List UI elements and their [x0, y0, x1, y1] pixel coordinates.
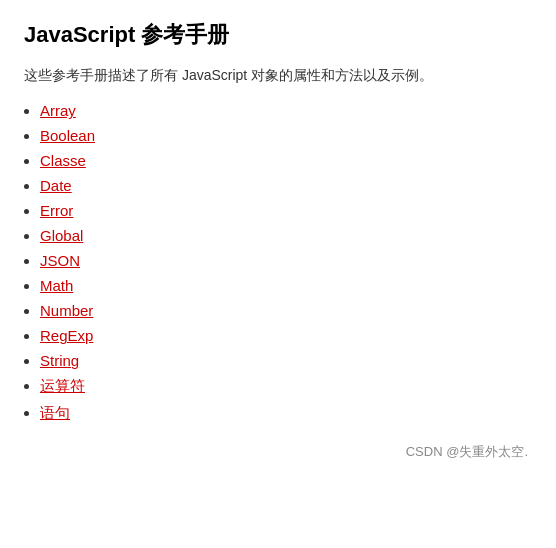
list-item: 运算符 [40, 377, 532, 396]
link-json[interactable]: JSON [40, 252, 80, 269]
list-item: Math [40, 277, 532, 294]
link-error[interactable]: Error [40, 202, 73, 219]
link-运算符[interactable]: 运算符 [40, 377, 85, 394]
list-item: Error [40, 202, 532, 219]
link-date[interactable]: Date [40, 177, 72, 194]
list-item: Date [40, 177, 532, 194]
list-item: Classe [40, 152, 532, 169]
link-regexp[interactable]: RegExp [40, 327, 93, 344]
page-title: JavaScript 参考手册 [24, 20, 532, 50]
footer-text: CSDN @失重外太空. [24, 443, 532, 461]
list-item: Global [40, 227, 532, 244]
link-number[interactable]: Number [40, 302, 93, 319]
list-item: Array [40, 102, 532, 119]
link-array[interactable]: Array [40, 102, 76, 119]
link-string[interactable]: String [40, 352, 79, 369]
link-boolean[interactable]: Boolean [40, 127, 95, 144]
list-item: 语句 [40, 404, 532, 423]
link-classe[interactable]: Classe [40, 152, 86, 169]
link-math[interactable]: Math [40, 277, 73, 294]
list-item: Number [40, 302, 532, 319]
link-global[interactable]: Global [40, 227, 83, 244]
list-item: JSON [40, 252, 532, 269]
page-description: 这些参考手册描述了所有 JavaScript 对象的属性和方法以及示例。 [24, 64, 532, 86]
list-item: RegExp [40, 327, 532, 344]
links-list: ArrayBooleanClasseDateErrorGlobalJSONMat… [40, 102, 532, 423]
list-item: Boolean [40, 127, 532, 144]
list-item: String [40, 352, 532, 369]
link-语句[interactable]: 语句 [40, 404, 70, 421]
